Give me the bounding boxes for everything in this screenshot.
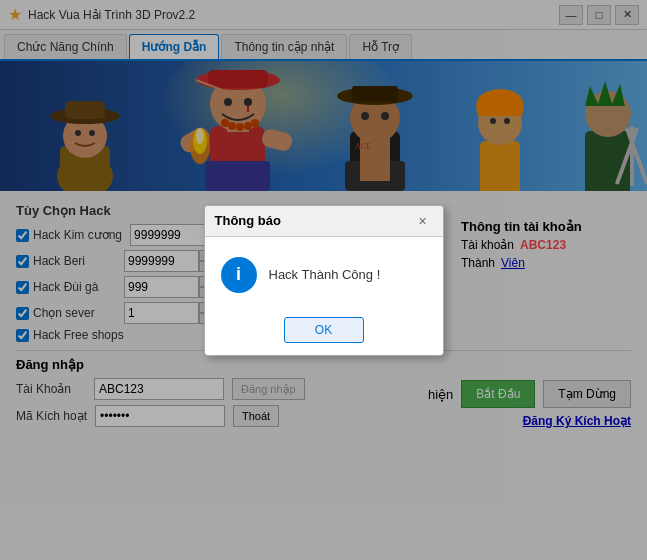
- modal-body: i Hack Thành Công !: [205, 237, 443, 309]
- modal-title: Thông báo: [215, 213, 281, 228]
- modal-message: Hack Thành Công !: [269, 267, 381, 282]
- modal-info-icon: i: [221, 257, 257, 293]
- modal-overlay: Thông báo × i Hack Thành Công ! OK: [0, 0, 647, 560]
- modal-title-bar: Thông báo ×: [205, 206, 443, 237]
- modal-close-button[interactable]: ×: [413, 211, 433, 231]
- modal-ok-button[interactable]: OK: [284, 317, 364, 343]
- modal-footer: OK: [205, 309, 443, 355]
- thong-bao-modal: Thông báo × i Hack Thành Công ! OK: [204, 205, 444, 356]
